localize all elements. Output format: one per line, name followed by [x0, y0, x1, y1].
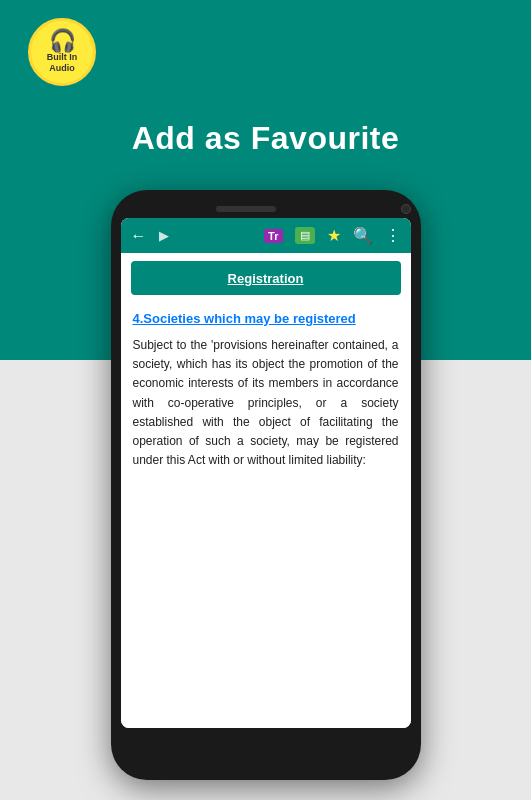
phone-screen: ← ▶ Tr ▤ ★ 🔍 ⋮ Registration 4.Societies …	[121, 218, 411, 728]
app-toolbar: ← ▶ Tr ▤ ★ 🔍 ⋮	[121, 218, 411, 253]
search-button[interactable]: 🔍	[353, 226, 373, 245]
forward-button[interactable]: ▶	[159, 228, 169, 243]
registration-title: Registration	[228, 271, 304, 286]
more-button[interactable]: ⋮	[385, 226, 401, 245]
headphone-icon: 🎧	[49, 30, 76, 52]
section4-body: Subject to the 'provisions hereinafter c…	[121, 332, 411, 482]
phone-top-bar	[121, 204, 411, 214]
phone-frame: ← ▶ Tr ▤ ★ 🔍 ⋮ Registration 4.Societies …	[111, 190, 421, 780]
phone-speaker	[216, 206, 276, 212]
background: 🎧 Built InAudio Add as Favourite ← ▶ Tr …	[0, 0, 531, 800]
content-area: Registration 4.Societies which may be re…	[121, 253, 411, 728]
page-title: Add as Favourite	[0, 120, 531, 157]
audio-badge: 🎧 Built InAudio	[28, 18, 96, 86]
font-button[interactable]: Tr	[264, 229, 282, 243]
favourite-button[interactable]: ★	[327, 226, 341, 245]
bookmark-button[interactable]: ▤	[295, 227, 315, 244]
section4-heading[interactable]: 4.Societies which may be registered	[121, 303, 411, 332]
phone-camera	[401, 204, 411, 214]
registration-header: Registration	[131, 261, 401, 295]
audio-badge-text: Built InAudio	[47, 52, 78, 74]
back-button[interactable]: ←	[131, 227, 147, 245]
